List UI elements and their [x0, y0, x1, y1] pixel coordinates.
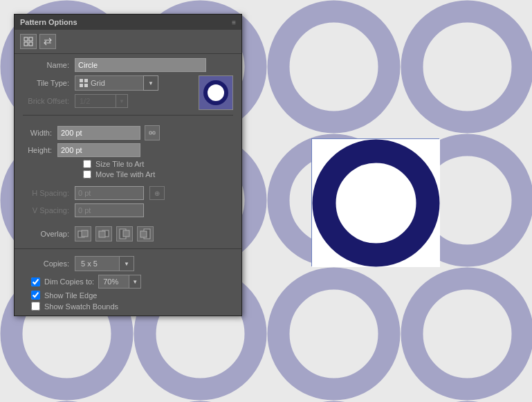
overlap-section: Overlap: — [15, 223, 241, 244]
separator-2 — [15, 248, 241, 249]
svg-rect-9 — [80, 79, 83, 82]
svg-rect-10 — [84, 79, 88, 82]
panel-titlebar: Pattern Options ≡ — [15, 15, 241, 30]
panel-menu-button[interactable]: ≡ — [232, 19, 236, 26]
svg-rect-8 — [29, 42, 33, 46]
show-tile-edge-label: Show Tile Edge — [44, 291, 97, 300]
copies-row: Copies: 5 x 5 ▼ — [23, 256, 233, 271]
tile-type-dropdown-arrow[interactable]: ▼ — [143, 75, 158, 91]
svg-rect-14 — [153, 131, 155, 134]
tile-type-value: Grid — [91, 79, 105, 87]
overlap-label: Overlap: — [23, 230, 75, 238]
h-spacing-stepper[interactable]: ⊕ — [149, 186, 165, 200]
svg-rect-5 — [24, 37, 28, 41]
show-tile-edge-checkbox[interactable] — [31, 291, 40, 300]
show-swatch-bounds-label: Show Swatch Bounds — [44, 302, 118, 311]
brick-offset-row: Brick Offset: 1/2 ▼ — [23, 94, 193, 108]
overlap-btn-3[interactable] — [116, 226, 133, 241]
width-label: Width: — [23, 129, 57, 137]
show-swatch-bounds-row: Show Swatch Bounds — [23, 302, 233, 311]
panel-title: Pattern Options — [20, 18, 77, 26]
tile-type-row: Tile Type: Grid ▼ — [23, 75, 193, 91]
overlap-icon-2 — [98, 228, 109, 239]
grid-tile-icon — [80, 79, 88, 87]
preview-circle-svg — [312, 139, 440, 267]
svg-rect-6 — [29, 37, 33, 41]
dim-copies-checkbox[interactable] — [31, 277, 40, 286]
move-tile-row: Move Tile with Art — [23, 170, 233, 179]
brick-offset-arrow: ▼ — [116, 94, 128, 108]
form-section: Name: Tile Type: — [15, 54, 241, 122]
dim-dropdown-arrow[interactable]: ▼ — [129, 275, 141, 289]
v-spacing-input — [75, 203, 144, 217]
name-input[interactable] — [75, 58, 206, 72]
transform-icon-button[interactable] — [20, 34, 37, 49]
main-preview-box — [311, 138, 439, 266]
overlap-icon-4 — [140, 228, 151, 239]
overlap-icon-3 — [119, 228, 130, 239]
icon-row — [15, 30, 241, 54]
show-swatch-bounds-checkbox[interactable] — [31, 302, 40, 311]
tile-preview — [199, 75, 233, 110]
svg-rect-17 — [82, 230, 88, 237]
overlap-btn-4[interactable] — [137, 226, 154, 241]
svg-rect-11 — [80, 84, 83, 87]
separator-1 — [23, 115, 233, 116]
svg-rect-7 — [24, 42, 28, 46]
wh-section: Width: Height: Size Tile to Art Move Til… — [15, 122, 241, 183]
swap-icon-button[interactable] — [39, 34, 56, 49]
name-row: Name: — [23, 58, 233, 72]
brick-offset-value: 1/2 — [80, 97, 90, 105]
svg-rect-12 — [84, 84, 88, 87]
copies-dropdown-arrow[interactable]: ▼ — [119, 256, 134, 271]
link-icon-svg — [148, 129, 156, 137]
brick-offset-label: Brick Offset: — [23, 97, 75, 105]
show-tile-edge-row: Show Tile Edge — [23, 291, 233, 300]
overlap-row: Overlap: — [23, 226, 233, 241]
h-spacing-input — [75, 186, 144, 200]
move-tile-label: Move Tile with Art — [95, 170, 155, 179]
size-tile-row: Size Tile to Art — [23, 160, 233, 168]
v-spacing-row: V Spacing: — [23, 203, 233, 217]
panel-controls: ≡ — [232, 19, 236, 26]
dim-copies-label: Dim Copies to: — [44, 277, 94, 286]
tile-type-label: Tile Type: — [23, 79, 75, 87]
move-tile-checkbox[interactable] — [83, 170, 91, 179]
size-tile-checkbox[interactable] — [83, 160, 91, 168]
tile-preview-circle — [203, 80, 228, 105]
width-row: Width: — [23, 125, 233, 140]
dim-copies-row: Dim Copies to: 70% ▼ — [23, 275, 233, 289]
svg-rect-23 — [140, 231, 147, 237]
copies-label: Copies: — [23, 259, 75, 268]
width-input[interactable] — [57, 126, 140, 140]
height-input[interactable] — [57, 143, 140, 157]
svg-rect-13 — [149, 131, 152, 134]
name-label: Name: — [23, 61, 75, 69]
size-tile-label: Size Tile to Art — [95, 160, 144, 168]
overlap-btn-2[interactable] — [95, 226, 112, 241]
h-spacing-row: H Spacing: ⊕ — [23, 186, 233, 200]
svg-rect-19 — [99, 231, 105, 237]
v-spacing-label: V Spacing: — [23, 206, 75, 214]
height-label: Height: — [23, 146, 57, 154]
link-wh-icon[interactable] — [145, 125, 160, 140]
spacing-section: H Spacing: ⊕ V Spacing: — [15, 183, 241, 223]
copies-section: Copies: 5 x 5 ▼ Dim Copies to: 70% ▼ Sho… — [15, 253, 241, 316]
pattern-options-panel: Pattern Options ≡ Name: — [14, 14, 242, 316]
h-spacing-label: H Spacing: — [23, 189, 75, 197]
copies-value: 5 x 5 — [75, 256, 120, 271]
overlap-btn-1[interactable] — [75, 226, 91, 241]
svg-rect-21 — [123, 230, 129, 237]
dim-value-display: 70% — [98, 275, 129, 289]
height-row: Height: — [23, 143, 233, 157]
overlap-icon-1 — [77, 228, 89, 239]
